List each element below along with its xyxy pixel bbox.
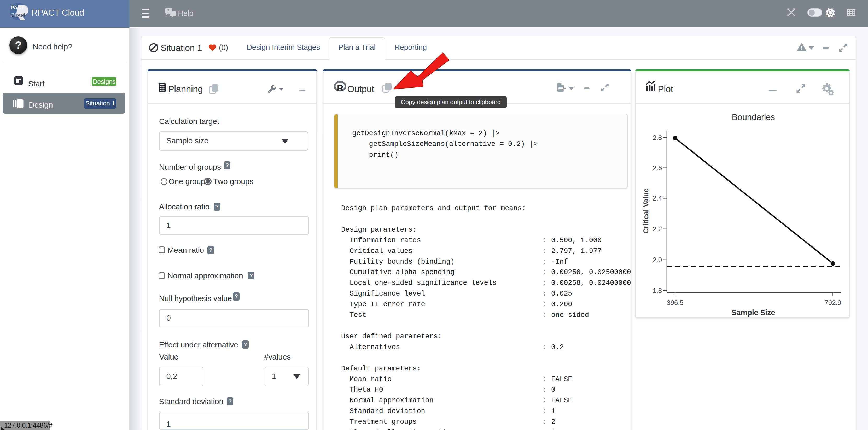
svg-text:396.5: 396.5	[667, 299, 684, 306]
svg-text:792.9: 792.9	[825, 299, 841, 306]
svg-text:2.6: 2.6	[652, 164, 662, 172]
svg-text:R: R	[337, 83, 343, 93]
svg-text:Sample Size: Sample Size	[732, 308, 775, 317]
svg-text:2.4: 2.4	[652, 194, 662, 202]
svg-text:Cloud: Cloud	[11, 12, 25, 18]
svg-text:2.0: 2.0	[652, 256, 662, 264]
svg-text:PACT: PACT	[11, 5, 24, 10]
svg-text:Boundaries: Boundaries	[732, 112, 775, 122]
svg-text:2.8: 2.8	[652, 134, 662, 141]
svg-text:Critical Value: Critical Value	[642, 188, 650, 233]
svg-text:?: ?	[167, 9, 169, 13]
svg-text:1.8: 1.8	[652, 287, 662, 295]
svg-text:2.2: 2.2	[652, 225, 662, 233]
